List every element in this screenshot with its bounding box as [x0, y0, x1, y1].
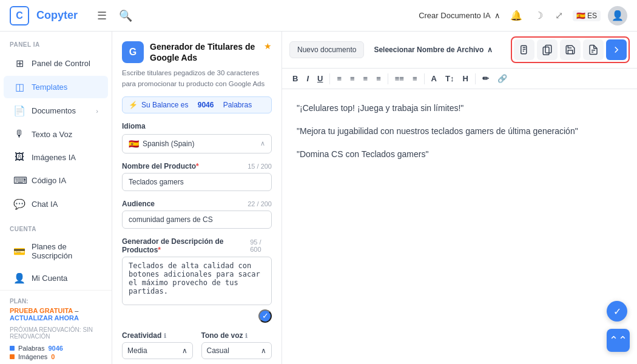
logo-text: Copyter: [36, 9, 78, 22]
mic-icon: 🎙: [13, 129, 25, 140]
plan-free-link[interactable]: PRUEBA GRATUITA: [10, 307, 73, 314]
toolbar-link[interactable]: 🔗: [494, 72, 510, 85]
toolbar-font-size[interactable]: T↕: [442, 72, 457, 85]
float-check-button[interactable]: ✓: [607, 301, 627, 322]
audience-label: Audience: [122, 200, 155, 208]
confirm-button[interactable]: ✓: [258, 309, 272, 323]
credit-palabras-dot: [10, 346, 15, 351]
toolbar-font-color[interactable]: A: [428, 72, 440, 85]
logo-icon: C: [10, 6, 29, 25]
creativity-col: Creatividad ℹ Media ∧: [122, 331, 193, 359]
editor-topbar: Nuevo documento Seleecionar Nombre de Ar…: [282, 32, 637, 69]
idioma-label: Idioma: [122, 122, 272, 130]
audience-input[interactable]: [122, 211, 272, 229]
descripcion-label: Generador de Descripción de Productos*: [122, 237, 250, 254]
create-doc-button[interactable]: Crear Documento IA ∧: [419, 11, 500, 20]
moon-icon[interactable]: ☽: [532, 7, 545, 24]
action-copy-button[interactable]: [537, 39, 558, 60]
chevron-right-icon: ›: [96, 107, 98, 115]
content-area: G Generador de Titulares de Google Ads ★…: [112, 32, 637, 364]
sidebar-item-documentos[interactable]: 📄 Documentos ›: [4, 99, 108, 122]
user-icon: 👤: [13, 272, 25, 284]
language-badge[interactable]: 🇪🇸 ES: [573, 10, 601, 21]
credit-palabras: Palabras 9046: [10, 345, 102, 352]
chevron-up-icon: ∧: [487, 46, 493, 54]
producto-input[interactable]: [122, 173, 272, 191]
plan-upgrade-link[interactable]: ACTUALIZAR AHORA: [10, 314, 79, 322]
toolbar-italic[interactable]: I: [303, 72, 312, 85]
search-icon[interactable]: 🔍: [116, 7, 135, 25]
chevron-down-icon: ∧: [182, 346, 187, 355]
form-panel: G Generador de Titulares de Google Ads ★…: [112, 32, 282, 364]
producto-label-row: Nombre del Producto* 15 / 200: [122, 162, 272, 170]
action-save-button[interactable]: [560, 39, 581, 60]
editor-toolbar: B I U ≡ ≡ ≡ ≡ ≡≡ ≡ A T↕ H ✏: [282, 69, 637, 89]
sidebar-item-texto-a-voz[interactable]: 🎙 Texto a Voz: [4, 123, 108, 145]
creativity-row: Creatividad ℹ Media ∧ Tono de voz ℹ Casu…: [122, 331, 272, 359]
generator-header: G Generador de Titulares de Google Ads ★: [122, 41, 272, 63]
tono-select[interactable]: Casual ∧: [201, 342, 272, 359]
toolbar-align-left[interactable]: ≡: [334, 72, 345, 85]
expand-icon[interactable]: ⤢: [553, 7, 565, 24]
sidebar-item-imagenes[interactable]: 🖼 Imágenes IA: [4, 146, 108, 168]
code-icon: ⌨: [13, 175, 25, 186]
sidebar-item-panel[interactable]: ⊞ Panel de Control: [4, 52, 108, 75]
action-new-doc-button[interactable]: [514, 39, 534, 60]
file-name-select[interactable]: Seleecionar Nombre de Archivo ∧: [374, 46, 493, 54]
plan-links: PRUEBA GRATUITA – ACTUALIZAR AHORA: [10, 307, 102, 322]
bell-icon[interactable]: 🔔: [508, 7, 525, 24]
toolbar-unordered-list[interactable]: ≡: [410, 72, 420, 85]
star-icon[interactable]: ★: [264, 41, 272, 51]
toolbar-divider2: [388, 73, 388, 84]
toolbar-heading[interactable]: H: [459, 72, 471, 85]
tono-label: Tono de voz ℹ: [201, 331, 272, 340]
balance-badge: ⚡ Su Balance es 9046 Palabras: [122, 96, 272, 113]
navbar: C Copyter ☰ 🔍 Crear Documento IA ∧ 🔔 ☽ ⤢…: [0, 0, 637, 32]
toolbar-bold[interactable]: B: [289, 72, 301, 85]
toolbar-underline[interactable]: U: [314, 72, 326, 85]
content-line-2: "Mejora tu jugabilidad con nuestros tecl…: [297, 124, 622, 139]
audience-count: 22 / 200: [248, 200, 272, 207]
menu-icon[interactable]: ☰: [95, 7, 109, 25]
creatividad-select[interactable]: Media ∧: [122, 342, 193, 359]
image-icon: 🖼: [13, 152, 25, 163]
doc-icon: 📄: [13, 105, 25, 116]
topbar-actions: [511, 36, 630, 63]
toolbar-pen[interactable]: ✏: [479, 72, 492, 85]
producto-count: 15 / 200: [248, 163, 272, 170]
content-line-3: "Domina CS con Teclados gamers": [297, 147, 622, 162]
sidebar-item-codigo[interactable]: ⌨ Código IA: [4, 169, 108, 192]
action-send-button[interactable]: [606, 39, 627, 60]
avatar[interactable]: 👤: [608, 6, 627, 25]
editor-wrapper: Nuevo documento Seleecionar Nombre de Ar…: [282, 32, 637, 364]
toolbar-align-right[interactable]: ≡: [360, 72, 371, 85]
template-icon: ◫: [13, 81, 25, 93]
producto-label: Nombre del Producto*: [122, 162, 199, 170]
generator-title: Generador de Titulares de Google Ads: [150, 41, 258, 63]
toolbar-justify[interactable]: ≡: [373, 72, 384, 85]
svg-rect-4: [545, 46, 551, 53]
sidebar-item-cuenta[interactable]: 👤 Mi Cuenta: [4, 267, 108, 289]
credit-imagenes: Imágenes 0: [10, 353, 102, 360]
descripcion-textarea[interactable]: Teclados de alta calidad con botones adi…: [122, 257, 272, 305]
editor-content[interactable]: "¡Celulares top! ¡Juega y trabaja sin lí…: [282, 89, 637, 364]
sidebar-item-planes[interactable]: 💳 Planes de Suscripción: [4, 237, 108, 266]
main-layout: PANEL IA ⊞ Panel de Control ◫ Templates …: [0, 32, 637, 364]
card-icon: 💳: [13, 246, 25, 257]
float-scroll-up-button[interactable]: ⌃⌃: [607, 329, 630, 352]
generator-desc: Escribe titulares pegadizos de 30 caract…: [122, 68, 272, 89]
doc-name-button[interactable]: Nuevo documento: [289, 41, 364, 58]
action-export-button[interactable]: [583, 39, 604, 60]
sidebar-section-account: CUENTA: [0, 216, 112, 236]
credit-imagenes-dot: [10, 354, 15, 359]
toolbar-align-center[interactable]: ≡: [347, 72, 358, 85]
toolbar-divider3: [424, 73, 425, 84]
svg-rect-5: [543, 47, 549, 55]
toolbar-ordered-list[interactable]: ≡≡: [392, 72, 407, 85]
creatividad-label: Creatividad ℹ: [122, 331, 193, 340]
chat-icon: 💬: [13, 198, 25, 210]
idioma-select[interactable]: 🇪🇸 Spanish (Spain) ∧: [122, 134, 272, 153]
chevron-down-icon: ∧: [261, 346, 266, 355]
sidebar-item-templates[interactable]: ◫ Templates: [4, 76, 108, 98]
sidebar-item-chat[interactable]: 💬 Chat IA: [4, 193, 108, 215]
